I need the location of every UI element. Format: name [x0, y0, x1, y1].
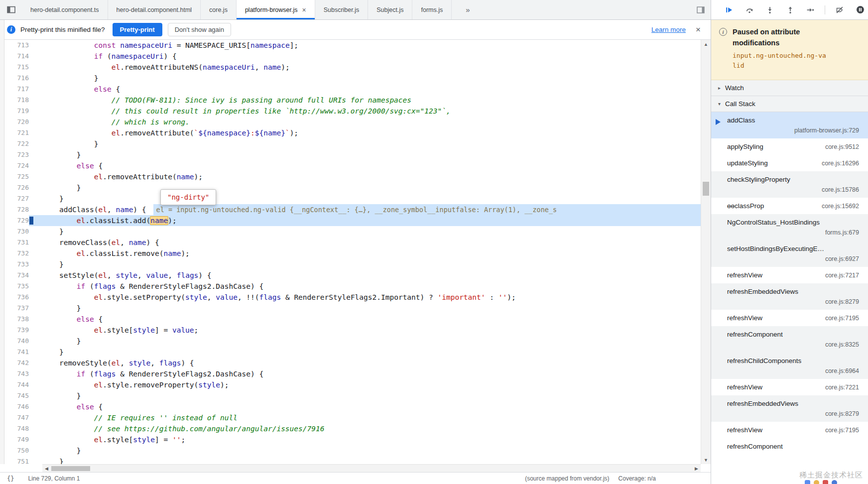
step-into-button[interactable] [762, 3, 778, 17]
frame-function-name: refreshView [727, 314, 762, 322]
call-stack-frame-applyStyling[interactable]: applyStylingcore.js:9512 [711, 138, 868, 155]
horizontal-scrollbar-thumb[interactable] [51, 466, 90, 471]
file-tab-forms.js[interactable]: forms.js [412, 0, 452, 19]
call-stack-frame-setHostBindingsByExecutingE…[interactable]: setHostBindingsByExecutingE…core.js:6927 [711, 241, 868, 267]
line-code: } [29, 182, 701, 193]
horizontal-scrollbar[interactable]: ◀ ▶ [0, 464, 711, 472]
frame-function-name: refreshView [727, 383, 762, 391]
line-code: el.classList.add(name); [29, 215, 701, 226]
code-line-741: 741 } [0, 347, 701, 358]
file-tab-hero-detail.component.html[interactable]: hero-detail.component.html [108, 0, 201, 19]
debugger-toolbar [711, 0, 868, 20]
frame-function-name: applyStyling [727, 143, 763, 150]
code-line-724: 724 else { [0, 160, 701, 171]
line-code: if (flags & RendererStyleFlags2.DashCase… [29, 368, 701, 379]
call-stack-frame-refreshEmbeddedViews[interactable]: refreshEmbeddedViewscore.js:8279 [711, 395, 868, 422]
code-editor: 713 const namespaceUri = NAMESPACE_URIS[… [0, 40, 711, 464]
call-stack-frame-refreshView[interactable]: refreshViewcore.js:7195 [711, 310, 868, 326]
watch-section-header[interactable]: ▸ Watch [711, 80, 868, 96]
scroll-left-arrow-icon[interactable]: ◀ [42, 465, 51, 472]
line-code: el.classList.remove(name); [29, 248, 701, 259]
file-tab-platform-browser.js[interactable]: platform-browser.js× [237, 0, 315, 19]
pretty-print-toggle[interactable]: {} [7, 475, 14, 482]
line-code: } [29, 138, 701, 149]
call-stack-frame-refreshComponent[interactable]: refreshComponent [711, 438, 868, 455]
frame-location: core.js:8279 [727, 410, 859, 417]
deactivate-breakpoints-button[interactable] [832, 3, 848, 17]
code-line-713: 713 const namespaceUri = NAMESPACE_URIS[… [0, 40, 701, 51]
file-tab-Subscriber.js[interactable]: Subscriber.js [315, 0, 369, 19]
line-code: removeClass(el, name) { [29, 237, 701, 248]
tab-overflow-chevron-icon[interactable]: » [458, 0, 478, 19]
vertical-scrollbar-thumb[interactable] [703, 182, 709, 196]
call-stack-frame-refreshEmbeddedViews[interactable]: refreshEmbeddedViewscore.js:8279 [711, 283, 868, 310]
call-stack-frame-checkStylingProperty[interactable]: checkStylingPropertycore.js:15786 [711, 171, 868, 198]
frame-function-name: NgControlStatus_HostBindings [727, 219, 859, 226]
file-tabs: hero-detail.component.tshero-detail.comp… [22, 0, 452, 19]
code-line-715: 715 el.removeAttributeNS(namespaceUri, n… [0, 62, 701, 73]
line-code: // TODO(FW-811): Since ivy is passing ar… [29, 95, 701, 106]
step-out-button[interactable] [782, 3, 798, 17]
file-tab-Subject.js[interactable]: Subject.js [368, 0, 412, 19]
file-tab-hero-detail.component.ts[interactable]: hero-detail.component.ts [22, 0, 108, 19]
pause-on-exceptions-button[interactable] [852, 3, 868, 17]
line-code: } [29, 193, 701, 204]
learn-more-link[interactable]: Learn more [651, 26, 686, 33]
scroll-right-arrow-icon[interactable]: ▶ [692, 465, 701, 472]
call-stack-frame-refreshView[interactable]: refreshViewcore.js:7221 [711, 379, 868, 395]
frame-location: core.js:7221 [825, 384, 859, 391]
code-line-743: 743 if (flags & RendererStyleFlags2.Dash… [0, 368, 701, 379]
infobar-close-icon[interactable]: × [696, 25, 701, 35]
coverage-status: Coverage: n/a [619, 475, 656, 482]
resume-button[interactable] [721, 3, 737, 17]
call-stack-frame-refreshView[interactable]: refreshViewcore.js:7217 [711, 267, 868, 283]
line-code: } [29, 149, 701, 160]
scroll-up-arrow-icon[interactable]: ▲ [701, 40, 711, 48]
code-line-745: 745 } [0, 390, 701, 401]
pretty-print-infobar: i Pretty-print this minified file? Prett… [0, 20, 711, 40]
line-code: const namespaceUri = NAMESPACE_URIS[name… [29, 40, 701, 51]
frame-function-name: refreshEmbeddedViews [727, 288, 859, 295]
frame-function-name: refreshEmbeddedViews [727, 400, 859, 407]
line-code: // which is wrong. [29, 117, 701, 127]
dont-show-again-button[interactable]: Don't show again [168, 23, 231, 36]
editor-column: hero-detail.component.tshero-detail.comp… [0, 0, 711, 484]
code-line-716: 716 } [0, 73, 701, 84]
watch-section-label: Watch [725, 84, 744, 92]
call-stack-section-header[interactable]: ▾ Call Stack [711, 96, 868, 112]
chevron-down-icon[interactable]: ▾ [718, 101, 721, 107]
tab-close-icon[interactable]: × [302, 6, 306, 13]
line-code: } [29, 390, 701, 401]
scroll-down-arrow-icon[interactable]: ▼ [701, 456, 711, 464]
hscrollbar-track[interactable]: ◀ ▶ [42, 464, 701, 472]
call-stack-frame-refreshView[interactable]: refreshViewcore.js:7195 [711, 422, 868, 438]
call-stack-frame-NgControlStatus_HostBindings[interactable]: NgControlStatus_HostBindingsforms.js:679 [711, 214, 868, 241]
step-over-button[interactable] [742, 3, 757, 17]
code-line-738: 738 else { [0, 314, 701, 325]
panel-toggle-button[interactable] [697, 0, 705, 19]
pretty-print-button[interactable]: Pretty-print [113, 23, 162, 36]
call-stack-frame-refreshComponent[interactable]: refreshComponentcore.js:8325 [711, 326, 868, 353]
hscrollbar-gutter-gap [0, 464, 42, 472]
frame-function-name: addClass [727, 117, 859, 124]
code-line-733: 733 } [0, 259, 701, 270]
debugger-sidebar: i Paused on attribute modifications inpu… [711, 0, 868, 484]
call-stack-frame-addClass[interactable]: addClassplatform-browser.js:729 [711, 112, 868, 138]
call-stack-frame-ɵɵclassProp[interactable]: ɵɵclassPropcore.js:15692 [711, 198, 868, 214]
source-map-note[interactable]: (source mapped from vendor.js) [525, 475, 609, 482]
step-out-icon [786, 6, 794, 14]
call-stack-frame-updateStyling[interactable]: updateStylingcore.js:16296 [711, 155, 868, 171]
chevron-right-icon[interactable]: ▸ [718, 85, 721, 91]
file-tab-label: Subject.js [376, 6, 403, 13]
frame-location: core.js:7217 [825, 272, 859, 279]
toggle-navigator-button[interactable] [0, 0, 22, 19]
step-button[interactable] [802, 3, 818, 17]
line-code: } [29, 456, 701, 464]
devtools-sources-panel: hero-detail.component.tshero-detail.comp… [0, 0, 868, 484]
call-stack-list: addClassplatform-browser.js:729applyStyl… [711, 112, 868, 484]
vertical-scrollbar[interactable]: ▲ ▼ [701, 40, 711, 464]
file-tab-core.js[interactable]: core.js [201, 0, 237, 19]
line-code: } [29, 226, 701, 237]
call-stack-frame-refreshChildComponents[interactable]: refreshChildComponentscore.js:6964 [711, 353, 868, 379]
frame-location: core.js:6964 [727, 367, 859, 374]
